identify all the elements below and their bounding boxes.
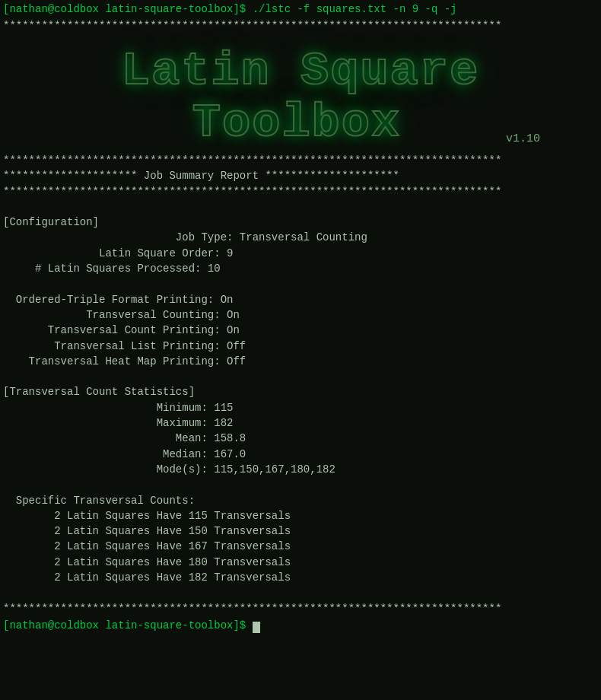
logo-area: Latin Square Toolbox v1.10 xyxy=(0,34,601,153)
count-row-5: 2 Latin Squares Have 182 Transversals xyxy=(0,570,601,585)
blank4 xyxy=(0,477,601,492)
stats-header: [Transversal Count Statistics] xyxy=(0,384,601,399)
blank1 xyxy=(0,199,601,215)
cursor-block xyxy=(253,622,260,633)
top-command-line: [nathan@coldbox latin-square-toolbox]$ .… xyxy=(0,0,601,18)
bottom-prompt-line[interactable]: [nathan@coldbox latin-square-toolbox]$ xyxy=(0,616,601,635)
count-row-3: 2 Latin Squares Have 167 Transversals xyxy=(0,539,601,554)
terminal: [nathan@coldbox latin-square-toolbox]$ .… xyxy=(0,0,601,700)
mean-line: Mean: 158.8 xyxy=(0,431,601,446)
stars-top1: ****************************************… xyxy=(0,18,601,33)
count-row-4: 2 Latin Squares Have 180 Transversals xyxy=(0,555,601,570)
stars-bottom1: ****************************************… xyxy=(0,601,601,616)
heat-map-line: Transversal Heat Map Printing: Off xyxy=(0,354,601,369)
bottom-prompt-text: [nathan@coldbox latin-square-toolbox]$ xyxy=(3,619,253,632)
stars-top2: ****************************************… xyxy=(0,153,601,168)
config-header: [Configuration] xyxy=(0,215,601,230)
logo-title-line1: Latin Square xyxy=(122,46,479,97)
blank2 xyxy=(0,276,601,291)
version-label: v1.10 xyxy=(0,132,540,145)
stars-top3: ****************************************… xyxy=(0,184,601,199)
count-row-2: 2 Latin Squares Have 150 Transversals xyxy=(0,523,601,539)
mode-line: Mode(s): 115,150,167,180,182 xyxy=(0,462,601,477)
median-line: Median: 167.0 xyxy=(0,447,601,462)
specific-header: Specific Transversal Counts: xyxy=(0,493,601,508)
processed-line: # Latin Squares Processed: 10 xyxy=(0,261,601,276)
order-line: Latin Square Order: 9 xyxy=(0,246,601,261)
max-line: Maximum: 182 xyxy=(0,415,601,431)
transversal-counting-line: Transversal Counting: On xyxy=(0,307,601,323)
blank3 xyxy=(0,369,601,384)
min-line: Minimum: 115 xyxy=(0,400,601,415)
job-summary-stars: ********************* Job Summary Report… xyxy=(0,168,601,183)
count-row-1: 2 Latin Squares Have 115 Transversals xyxy=(0,508,601,523)
count-print-line: Transversal Count Printing: On xyxy=(0,323,601,338)
list-print-line: Transversal List Printing: Off xyxy=(0,339,601,354)
blank5 xyxy=(0,585,601,600)
triple-line: Ordered-Triple Format Printing: On xyxy=(0,292,601,307)
job-type-line: Job Type: Transversal Counting xyxy=(0,230,601,245)
